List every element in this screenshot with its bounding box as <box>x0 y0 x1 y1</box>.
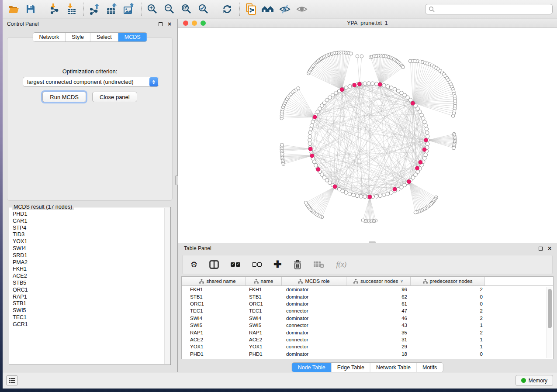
list-icon <box>9 378 15 383</box>
mcds-result-item[interactable]: PMA2 <box>13 259 164 266</box>
table-row[interactable]: YOX1 YOX1 connector 29 1 <box>182 343 553 350</box>
refresh-icon[interactable] <box>221 3 234 16</box>
table-row[interactable]: ORC1 ORC1 dominator 61 0 <box>182 300 553 307</box>
mcds-result-item[interactable]: GCR1 <box>13 321 164 328</box>
mcds-result-item[interactable]: SWI5 <box>13 307 164 314</box>
select-all-rows-icon[interactable]: ✓✓ <box>231 262 240 267</box>
table-row[interactable]: SWI4 SWI4 dominator 46 2 <box>182 315 553 322</box>
table-row[interactable]: PHD1 PHD1 dominator 18 0 <box>182 351 553 358</box>
toolbar-separator <box>141 3 142 16</box>
mcds-list-scrollbar[interactable] <box>164 208 170 364</box>
memory-label: Memory <box>529 378 547 384</box>
merge-columns-icon[interactable] <box>209 260 219 269</box>
add-column-icon[interactable]: ✚ <box>273 261 281 268</box>
mcds-result-item[interactable]: YOX1 <box>13 238 164 245</box>
table-row[interactable]: SWI5 SWI5 connector 43 1 <box>182 322 553 329</box>
mcds-result-list[interactable]: PHD1 CAR1 STP4 TID3 YOX1 SWI4 SRD1 PMA2 … <box>10 209 164 364</box>
table-row[interactable]: STB1 STB1 dominator 62 0 <box>182 293 553 300</box>
mcds-result-item[interactable]: STB1 <box>13 300 164 307</box>
export-network-icon[interactable] <box>88 3 101 16</box>
tree-icon <box>254 279 259 284</box>
tab-edge-table[interactable]: Edge Table <box>332 363 370 372</box>
search-input[interactable] <box>435 6 552 12</box>
first-neighbors-icon[interactable] <box>261 3 274 16</box>
show-all-icon[interactable] <box>295 3 308 16</box>
search-field[interactable] <box>425 4 553 14</box>
network-window-titlebar: YPA_prune.txt_1 <box>178 19 557 28</box>
toolbar-separator <box>216 3 216 16</box>
column-header-mcds-role[interactable]: MCDS role <box>282 277 346 286</box>
table-panel-title: Table Panel <box>184 245 211 251</box>
mcds-result-item[interactable]: STB5 <box>13 280 164 287</box>
table-row[interactable]: RAP1 RAP1 dominator 35 2 <box>182 329 553 336</box>
float-panel-icon[interactable] <box>537 247 543 251</box>
control-panel-title: Control Panel <box>7 21 39 27</box>
close-panel-button[interactable]: Close panel <box>92 92 137 102</box>
tab-select[interactable]: Select <box>90 33 118 41</box>
run-mcds-button[interactable]: Run MCDS <box>42 92 86 102</box>
tree-icon <box>199 279 204 284</box>
column-header-name[interactable]: name <box>246 277 282 286</box>
close-panel-icon[interactable]: × <box>166 22 173 26</box>
control-panel-tabs: Network Style Select MCDS <box>32 32 147 42</box>
mcds-result-item[interactable]: TID3 <box>13 231 164 238</box>
tab-network-table[interactable]: Network Table <box>370 363 417 372</box>
mcds-result-item[interactable]: SRD1 <box>13 252 164 259</box>
tab-network[interactable]: Network <box>33 33 66 41</box>
column-header-shared-name[interactable]: shared name <box>182 277 246 286</box>
delete-table-icon <box>313 261 325 268</box>
mcds-result-item[interactable]: PHD1 <box>13 211 164 218</box>
hide-selected-icon[interactable] <box>278 3 291 16</box>
table-scrollbar[interactable] <box>547 287 552 358</box>
table-panel-header: Table Panel × <box>178 243 557 254</box>
zoom-in-icon[interactable] <box>146 3 159 16</box>
zoom-selected-icon[interactable] <box>197 3 210 16</box>
search-icon <box>429 6 435 13</box>
table-row[interactable]: TEC1 TEC1 connector 47 2 <box>182 307 553 314</box>
toolbar-separator <box>83 3 84 16</box>
table-row[interactable]: ACE2 ACE2 connector 31 1 <box>182 336 553 343</box>
memory-button[interactable]: Memory <box>515 375 553 386</box>
tab-style[interactable]: Style <box>66 33 90 41</box>
mcds-result-item[interactable]: FKH1 <box>13 266 164 273</box>
tab-motifs[interactable]: Motifs <box>417 363 443 372</box>
status-bar: Memory <box>3 372 557 389</box>
open-file-icon[interactable] <box>7 3 20 16</box>
table-settings-icon[interactable]: ⚙ <box>190 261 197 268</box>
deselect-all-rows-icon[interactable] <box>252 262 262 267</box>
mcds-result-item[interactable]: SWI4 <box>13 245 164 252</box>
sort-descending-icon: ∨ <box>400 279 403 283</box>
import-table-icon[interactable] <box>65 3 78 16</box>
mcds-result-item[interactable]: RAP1 <box>13 294 164 301</box>
tab-node-table[interactable]: Node Table <box>292 363 332 372</box>
mcds-result-item[interactable]: ORC1 <box>13 287 164 294</box>
column-header-predecessor-nodes[interactable]: predecessor nodes <box>411 277 485 286</box>
mcds-result-item[interactable]: ACE2 <box>13 273 164 280</box>
mcds-result-box: MCDS result (17 nodes) PHD1 CAR1 STP4 TI… <box>9 207 171 365</box>
tab-mcds[interactable]: MCDS <box>118 33 147 41</box>
mcds-options-panel: Optimization criterion: largest connecte… <box>7 37 173 201</box>
import-network-icon[interactable] <box>48 3 61 16</box>
zoom-fit-icon[interactable] <box>180 3 193 16</box>
network-canvas[interactable] <box>178 28 557 243</box>
float-panel-icon[interactable] <box>157 22 163 26</box>
clone-network-icon[interactable] <box>244 3 257 16</box>
criterion-dropdown[interactable]: largest connected component (undirected) <box>23 77 159 87</box>
toolbar-separator <box>43 3 43 16</box>
mcds-result-item[interactable]: CAR1 <box>13 218 164 225</box>
mcds-result-item[interactable]: STP4 <box>13 225 164 232</box>
tree-icon <box>298 279 303 284</box>
export-table-icon[interactable] <box>105 3 118 16</box>
table-toolbar: ⚙ ✓✓ ✚ f(x) <box>182 255 553 274</box>
criterion-value: largest connected component (undirected) <box>23 79 149 85</box>
column-header-successor-nodes[interactable]: successor nodes∨ <box>346 277 411 286</box>
zoom-out-icon[interactable] <box>163 3 176 16</box>
export-image-icon[interactable] <box>122 3 135 16</box>
table-scrollbar-thumb[interactable] <box>548 289 552 328</box>
task-history-button[interactable] <box>6 375 18 385</box>
save-icon[interactable] <box>24 3 37 16</box>
delete-columns-icon[interactable] <box>294 260 301 269</box>
table-row[interactable]: FKH1 FKH1 dominator 96 2 <box>182 286 553 293</box>
mcds-result-item[interactable]: TEC1 <box>13 314 164 321</box>
close-panel-icon[interactable]: × <box>547 246 553 251</box>
